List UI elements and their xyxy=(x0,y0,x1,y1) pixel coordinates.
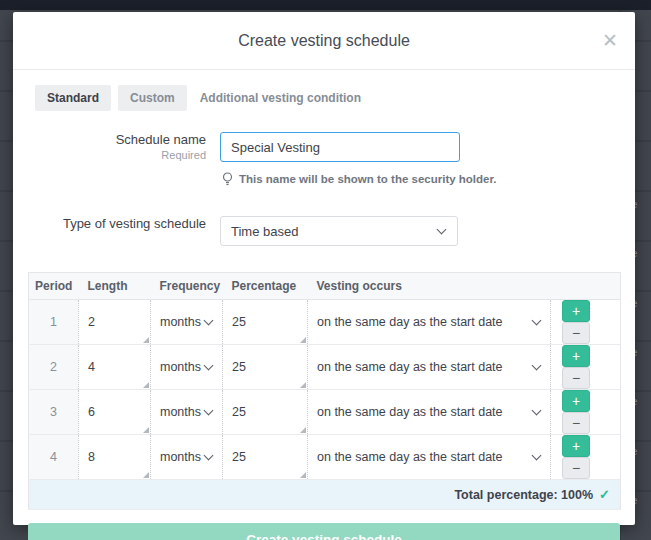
create-vesting-schedule-button[interactable]: Create vesting schedule xyxy=(28,523,620,540)
col-header-length: Length xyxy=(79,273,151,300)
add-row-button[interactable]: + xyxy=(562,300,590,322)
length-input[interactable] xyxy=(79,345,150,389)
frequency-select[interactable]: months xyxy=(151,435,222,479)
vesting-occurs-select[interactable]: on the same day as the start date xyxy=(308,345,550,389)
chevron-down-icon xyxy=(204,361,214,371)
vesting-occurs-value: on the same day as the start date xyxy=(317,315,533,329)
chevron-down-icon xyxy=(437,225,447,235)
chevron-down-icon xyxy=(204,451,214,461)
col-header-frequency: Frequency xyxy=(151,273,223,300)
close-icon: ✕ xyxy=(602,31,618,50)
frequency-select[interactable]: months xyxy=(151,390,222,434)
table-row: 1 months on the same day as the start da… xyxy=(29,300,621,345)
remove-row-button[interactable]: − xyxy=(562,322,590,344)
modal-title: Create vesting schedule xyxy=(13,12,635,69)
schedule-name-hint: This name will be shown to the security … xyxy=(222,172,635,186)
vesting-type-value: Time based xyxy=(231,224,298,239)
chevron-down-icon xyxy=(532,406,542,416)
chevron-down-icon xyxy=(532,316,542,326)
length-input[interactable] xyxy=(79,300,150,344)
vesting-occurs-select[interactable]: on the same day as the start date xyxy=(308,435,550,479)
frequency-select[interactable]: months xyxy=(151,345,222,389)
vesting-occurs-value: on the same day as the start date xyxy=(317,450,533,464)
create-vesting-schedule-modal: Create vesting schedule ✕ Standard Custo… xyxy=(13,12,635,525)
col-header-actions xyxy=(551,273,621,300)
chevron-down-icon xyxy=(204,316,214,326)
tab-bar: Standard Custom Additional vesting condi… xyxy=(35,85,635,111)
period-cell: 3 xyxy=(29,390,79,435)
table-header-row: Period Length Frequency Percentage Vesti… xyxy=(29,273,621,300)
lightbulb-icon xyxy=(222,172,233,186)
vesting-occurs-value: on the same day as the start date xyxy=(317,405,533,419)
chevron-down-icon xyxy=(532,451,542,461)
vesting-type-row: Type of vesting schedule Time based xyxy=(13,216,635,246)
vesting-periods-table: Period Length Frequency Percentage Vesti… xyxy=(28,272,621,510)
schedule-name-label: Schedule name xyxy=(13,132,206,148)
add-row-button[interactable]: + xyxy=(562,435,590,457)
vesting-occurs-select[interactable]: on the same day as the start date xyxy=(308,390,550,434)
add-row-button[interactable]: + xyxy=(562,345,590,367)
col-header-percentage: Percentage xyxy=(223,273,308,300)
schedule-name-hint-text: This name will be shown to the security … xyxy=(239,173,497,185)
tab-additional-vesting-condition[interactable]: Additional vesting condition xyxy=(194,85,367,111)
chevron-down-icon xyxy=(532,361,542,371)
col-header-period: Period xyxy=(29,273,79,300)
vesting-type-select[interactable]: Time based xyxy=(220,216,458,246)
percentage-input[interactable] xyxy=(223,435,307,479)
table-row: 3 months on the same day as the start da… xyxy=(29,390,621,435)
vesting-type-label: Type of vesting schedule xyxy=(13,216,206,232)
check-icon: ✓ xyxy=(599,487,610,502)
schedule-name-input[interactable] xyxy=(220,132,460,162)
remove-row-button[interactable]: − xyxy=(562,367,590,389)
percentage-input[interactable] xyxy=(223,300,307,344)
period-cell: 4 xyxy=(29,435,79,480)
remove-row-button[interactable]: − xyxy=(562,457,590,479)
screen: the the the the the the the Create vesti… xyxy=(0,0,651,540)
total-percentage-label: Total percentage: 100% xyxy=(454,488,593,502)
modal-header: Create vesting schedule ✕ xyxy=(13,12,635,70)
schedule-name-row: Schedule name Required xyxy=(13,132,635,162)
frequency-select[interactable]: months xyxy=(151,300,222,344)
remove-row-button[interactable]: − xyxy=(562,412,590,434)
vesting-occurs-value: on the same day as the start date xyxy=(317,360,533,374)
tab-standard[interactable]: Standard xyxy=(35,85,111,111)
frequency-value: months xyxy=(160,315,205,329)
period-cell: 1 xyxy=(29,300,79,345)
tab-custom[interactable]: Custom xyxy=(118,85,187,111)
browser-top-strip xyxy=(0,0,651,10)
add-row-button[interactable]: + xyxy=(562,390,590,412)
required-label: Required xyxy=(13,148,206,162)
length-input[interactable] xyxy=(79,390,150,434)
table-row: 2 months on the same day as the start da… xyxy=(29,345,621,390)
total-percentage-row: Total percentage: 100% ✓ xyxy=(29,480,621,510)
schedule-name-label-group: Schedule name Required xyxy=(13,132,220,162)
frequency-value: months xyxy=(160,405,205,419)
percentage-input[interactable] xyxy=(223,345,307,389)
frequency-value: months xyxy=(160,360,205,374)
vesting-occurs-select[interactable]: on the same day as the start date xyxy=(308,300,550,344)
col-header-vesting-occurs: Vesting occurs xyxy=(308,273,551,300)
length-input[interactable] xyxy=(79,435,150,479)
period-cell: 2 xyxy=(29,345,79,390)
table-row: 4 months on the same day as the start da… xyxy=(29,435,621,480)
frequency-value: months xyxy=(160,450,205,464)
chevron-down-icon xyxy=(204,406,214,416)
close-button[interactable]: ✕ xyxy=(600,12,620,69)
vesting-type-label-group: Type of vesting schedule xyxy=(13,216,220,246)
percentage-input[interactable] xyxy=(223,390,307,434)
